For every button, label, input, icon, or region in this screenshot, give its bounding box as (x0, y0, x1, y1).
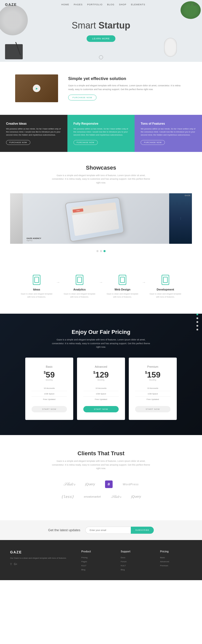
premium-tier: Premium (135, 365, 170, 368)
play-button[interactable] (33, 85, 40, 92)
nav-portfolio[interactable]: Portfolio (87, 3, 103, 6)
dot-1[interactable] (96, 250, 98, 252)
feature-3-cta[interactable]: PURCHASE NOW (141, 140, 165, 145)
waterfall-dots: ⋮ (179, 217, 182, 220)
clients-row-2: {less} envatomarket 𝒮𝓁𝒾𝒹𝑒𝓇 jQuery (10, 494, 192, 499)
footer-support-forum[interactable]: Forum (121, 560, 153, 563)
nav-shop[interactable]: Shop (119, 3, 127, 6)
footer-product-kult[interactable]: KULT (81, 565, 113, 567)
footer-pricing-premium[interactable]: Premium (160, 565, 192, 567)
development-title: Development (157, 288, 174, 291)
sidebar-dot-1[interactable] (196, 314, 198, 315)
footer-support-docs[interactable]: Docs (121, 556, 153, 559)
client-wordpress: WordPress (123, 483, 139, 486)
showcase-slider: GAZE ● ≡ View GAZE AGENCY Agency GA (10, 192, 192, 245)
footer-support-blog[interactable]: Blog (121, 569, 153, 571)
process-item-ideas: Ideas Gaze is clean and elegant template… (20, 275, 53, 299)
solution-body: Gaze is a simple and elegant template wi… (68, 84, 187, 91)
feature-3-body: We possess within us two minds. So far I… (141, 127, 196, 137)
clients-heading: Clients That Trust (10, 450, 192, 457)
footer-support-kult[interactable]: KULT (121, 565, 153, 567)
arrow-1: → (53, 277, 63, 287)
analytics-icon (76, 275, 83, 285)
basic-tier: Basic (32, 365, 67, 368)
development-icon (162, 275, 169, 285)
slider-dots (10, 250, 192, 252)
mouse-decoration (164, 38, 177, 57)
nav-logo: GAZE (5, 3, 17, 7)
pricing-section: Enjoy Our Fair Pricing Gaze is a simple … (0, 314, 202, 435)
footer-support-title: Support (121, 550, 153, 553)
footer-pricing-basic[interactable]: Basic (160, 556, 192, 559)
nav-elements[interactable]: Elements (131, 3, 145, 6)
advanced-feature-2: 1GB Space (83, 391, 119, 397)
hero-cta-button[interactable]: LEARN MORE (87, 35, 115, 42)
footer-logo: GAZE (10, 550, 74, 554)
solution-text: Simple yet effective solution Gaze is a … (68, 76, 187, 100)
scroll-indicator (99, 55, 103, 59)
ideas-icon (33, 275, 40, 285)
nav-pages[interactable]: Pages (74, 3, 83, 6)
footer-product-pages[interactable]: Pages (81, 560, 113, 563)
showcase-left-thumb (10, 193, 23, 244)
footer-product-blog[interactable]: Blog (81, 569, 113, 571)
sidebar-dot-4[interactable] (196, 325, 198, 327)
newsletter-email-input[interactable] (85, 527, 131, 534)
webdesign-body: Gaze is clean and elegant template with … (106, 292, 139, 299)
feature-1-cta[interactable]: PURCHASE NOW (6, 140, 30, 145)
newsletter-section: Get the latest updates SUBSCRIBE (0, 520, 202, 540)
feature-creative-ideas: Creative Ideas We possess within us two … (0, 115, 67, 152)
premium-price: $159 (135, 371, 170, 379)
feature-2-cta[interactable]: PURCHASE NOW (73, 140, 98, 145)
client-jquery-2: jQuery (131, 495, 141, 498)
analytics-body: Gaze is clean and elegant template with … (63, 292, 96, 299)
ideas-body: Gaze is clean and elegant template with … (20, 292, 53, 299)
googleplus-icon[interactable]: G+ (193, 3, 197, 6)
showcase-label: GAZE AGENCY Agency (27, 237, 41, 241)
advanced-period: Monthly (83, 379, 119, 381)
sidebar-dot-5[interactable] (196, 329, 198, 331)
dot-2[interactable] (100, 250, 102, 252)
feature-1-title: Creative Ideas (6, 122, 61, 125)
process-items: Ideas Gaze is clean and elegant template… (10, 275, 192, 299)
newsletter-subscribe-button[interactable]: SUBSCRIBE (131, 527, 154, 534)
feature-2-body: We possess within us two minds. So far I… (73, 127, 129, 137)
footer-social: 𝕋 G+ (10, 563, 74, 566)
footer-gplus-icon[interactable]: G+ (14, 563, 17, 566)
feature-1-body: We possess within us two minds. So far I… (6, 127, 61, 137)
basic-period: Monthly (32, 379, 67, 381)
newsletter-label: Get the latest updates (48, 528, 80, 532)
advanced-feature-1: 10 Accounts (83, 386, 119, 391)
client-jquery: jQuery (85, 482, 95, 486)
premium-period: Monthly (135, 379, 170, 381)
dot-3[interactable] (104, 250, 106, 252)
process-item-webdesign: Web Design Gaze is clean and elegant tem… (106, 275, 139, 299)
basic-price: $59 (32, 371, 67, 379)
footer-twitter-icon[interactable]: 𝕋 (10, 563, 12, 566)
feature-2-title: Fully Responsive (73, 122, 129, 125)
premium-feature-3: Free Updated (135, 397, 170, 402)
premium-feature-2: 1GB Space (135, 391, 170, 397)
arrow-2: → (96, 277, 106, 287)
clients-section: Clients That Trust Gaze is a simple and … (0, 435, 202, 520)
advanced-cta-button[interactable]: START NOW (83, 406, 119, 412)
footer-product-pricing[interactable]: Pricing (81, 556, 113, 559)
sidebar-dot-2[interactable] (196, 317, 198, 319)
client-bootstrap: B (105, 480, 113, 488)
footer: GAZE Our Gaze is a clean and elegant tem… (0, 540, 202, 580)
nav-blog[interactable]: Blog (107, 3, 114, 6)
solution-video[interactable] (15, 74, 58, 102)
twitter-icon[interactable]: 𝕋 (190, 3, 191, 6)
basic-cta-button[interactable]: START NOW (32, 406, 67, 412)
nav-home[interactable]: Home (61, 3, 69, 6)
showcase-gaze-right: GAZE (185, 195, 191, 196)
pricing-cards: Basic $59 Monthly 10 Accounts 1GB Space … (10, 358, 192, 420)
analytics-title: Analytics (73, 288, 86, 291)
footer-pricing-advanced[interactable]: Advanced (160, 560, 192, 563)
feature-tons: Tons of Features We possess within us tw… (135, 115, 202, 152)
tablet-screen: View (71, 202, 119, 236)
solution-cta-button[interactable]: PURCHASE NOW (68, 95, 96, 100)
feature-responsive: Fully Responsive We possess within us tw… (67, 115, 135, 152)
premium-cta-button[interactable]: START NOW (135, 406, 170, 412)
sidebar-dot-3[interactable] (196, 321, 198, 323)
